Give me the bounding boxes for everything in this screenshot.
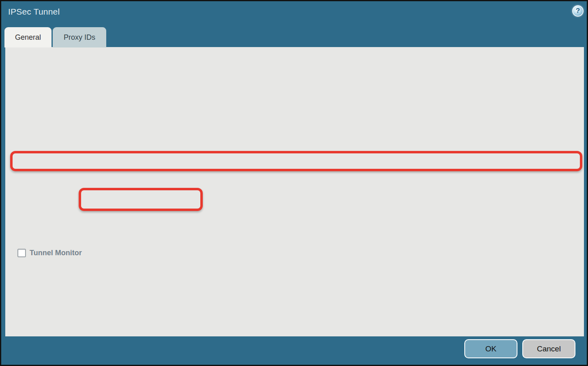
checkbox-tunnel-monitor[interactable] [17,249,26,257]
help-icon[interactable]: ? [572,5,584,17]
dialog-title: IPSec Tunnel [8,7,60,17]
tab-general[interactable]: General [4,27,52,47]
tab-proxy-ids[interactable]: Proxy IDs [53,27,106,47]
help-glyph: ? [576,7,580,15]
tunnel-monitor-legend: Tunnel Monitor [16,248,86,258]
cancel-button-label: Cancel [537,344,561,353]
cancel-button[interactable]: Cancel [522,339,575,358]
ipsec-tunnel-dialog: IPSec Tunnel ? General Proxy IDs Name CF… [0,0,588,366]
ok-button[interactable]: OK [464,339,517,358]
general-tab-panel [5,47,584,336]
tab-general-label: General [15,33,41,42]
tunnel-monitor-legend-label: Tunnel Monitor [30,249,82,257]
tab-proxy-ids-label: Proxy IDs [64,33,95,42]
ok-button-label: OK [485,344,496,353]
